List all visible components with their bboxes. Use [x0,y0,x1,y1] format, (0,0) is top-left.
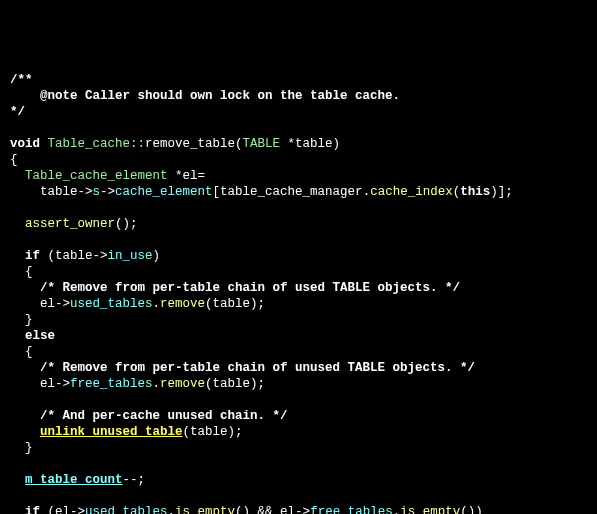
member-table-count-link[interactable]: m_table_count [25,473,123,487]
doc-note: @note Caller should own lock on the tabl… [10,89,400,103]
namespace: Table_cache:: [48,137,146,151]
member-used-tables: used_tables [85,505,168,514]
member-free-tables: free_tables [70,377,153,391]
param-type: TABLE [243,137,281,151]
comment-unused: /* Remove from per-table chain of unused… [10,361,475,375]
doc-comment: /** [10,73,33,87]
fn-remove: remove [160,297,205,311]
brace: { [10,345,33,359]
brace: } [10,441,33,455]
kw-else: else [25,329,55,343]
decl-type: Table_cache_element [25,169,168,183]
kw-if: if [25,249,40,263]
fn-remove: remove [160,377,205,391]
kw-void: void [10,137,40,151]
param-name: *table) [280,137,340,151]
fn-is-empty: is_empty [400,505,460,514]
brace: } [10,313,33,327]
decl-var: *el= [168,169,206,183]
code-block: /** @note Caller should own lock on the … [10,72,587,514]
brace: { [10,153,18,167]
fn-unlink-link[interactable]: unlink_unused_table [40,425,183,439]
member-s: s [93,185,101,199]
comment-used: /* Remove from per-table chain of used T… [10,281,460,295]
comment-and: /* And per-cache unused chain. */ [10,409,288,423]
global-mgr: table_cache_manager [220,185,363,199]
fn-cache-index: cache_index [370,185,453,199]
fn-name: remove_table [145,137,235,151]
brace: { [10,265,33,279]
kw-if: if [25,505,40,514]
doc-end: */ [10,105,25,119]
member-free-tables: free_tables [310,505,393,514]
member-cache-element: cache_element [115,185,213,199]
kw-this: this [460,185,490,199]
member-in-use: in_use [108,249,153,263]
fn-is-empty: is_empty [175,505,235,514]
fn-assert-owner: assert_owner [25,217,115,231]
member-used-tables: used_tables [70,297,153,311]
